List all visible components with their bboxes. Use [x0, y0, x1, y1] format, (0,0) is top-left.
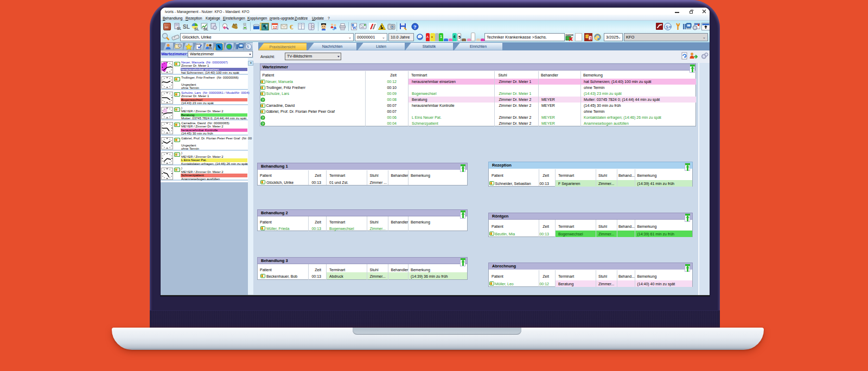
- svg-text:?: ?: [413, 24, 417, 30]
- svg-text:€: €: [290, 23, 293, 30]
- svg-text:KASSE: KASSE: [566, 34, 574, 36]
- svg-text:SL: SL: [183, 24, 190, 30]
- svg-text:SL: SL: [203, 27, 208, 31]
- svg-text:?: ?: [261, 122, 264, 126]
- svg-text:S: S: [247, 44, 250, 49]
- svg-text:1: 1: [590, 36, 592, 40]
- svg-text:?: ?: [261, 116, 264, 120]
- svg-text:?: ?: [261, 98, 264, 102]
- svg-text:12: 12: [273, 25, 277, 29]
- svg-text:SL: SL: [177, 27, 181, 30]
- svg-text:W: W: [352, 25, 356, 30]
- svg-text:SL: SL: [194, 27, 199, 31]
- svg-text:S: S: [666, 24, 668, 30]
